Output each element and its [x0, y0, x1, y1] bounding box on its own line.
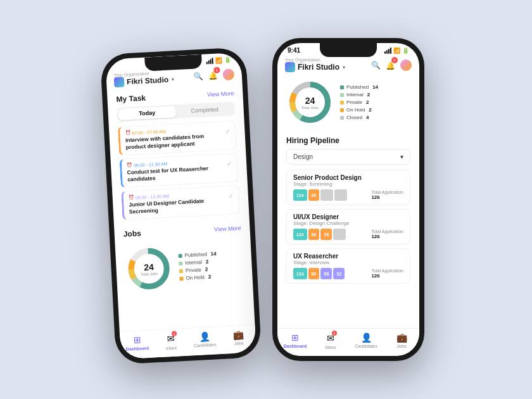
notch-left — [144, 54, 202, 72]
donut-sub-right: Total Jobs — [301, 106, 319, 110]
my-task-section: My Task View More Today Completed ⏰ 07:0… — [107, 85, 250, 228]
job-stage-1: Stage: Design Challenge — [293, 220, 403, 226]
avatar-right[interactable] — [400, 60, 412, 71]
legend-dot-0 — [179, 254, 182, 258]
job-bars-2: 124 80 56 32 — [293, 268, 345, 279]
my-task-header: My Task View More — [116, 89, 234, 104]
job-card-1: UI/UX Designer Stage: Design Challenge 1… — [286, 209, 410, 244]
legend-label-2: Private — [186, 267, 201, 274]
legend-left: Published 14 Internal 2 Private 2 — [178, 251, 217, 281]
job-bars-row-0: 124 80 Total Application 126 — [293, 189, 403, 201]
legend-label-r4: Closed — [346, 115, 362, 120]
total-app-2: Total Application 126 — [371, 269, 403, 279]
donut-label-left: 24 Total Jobs — [140, 262, 158, 276]
chevron-down-icon[interactable]: ▾ — [172, 77, 174, 82]
notification-wrap-left[interactable]: 🔔 1 — [208, 69, 218, 81]
jobs-view-more-left[interactable]: View More — [214, 225, 241, 232]
job-bars-row-1: 124 80 56 Total Application 126 — [293, 229, 403, 240]
pipeline-dropdown[interactable]: Design ▾ — [286, 149, 410, 165]
jobs-donut-section-right: 24 Total Jobs Published 14 Internal — [277, 76, 419, 131]
donut-number-right: 24 — [301, 96, 319, 106]
legend-val-r3: 2 — [369, 107, 371, 113]
legend-val-r4: 4 — [366, 115, 369, 120]
donut-number-left: 24 — [140, 262, 158, 272]
nav-jobs-right[interactable]: 💼 Jobs — [384, 332, 419, 350]
jobs-donut-section-left: 24 Total Jobs Published 14 Internal — [115, 238, 253, 300]
job-title-0: Senior Product Design — [293, 174, 403, 181]
bar-chip-0-1: 80 — [308, 189, 320, 201]
task-card-1: ⏰ 07:00 - 07:45 AM Interview with candid… — [118, 120, 237, 156]
jobs-icon: 💼 — [233, 329, 244, 340]
nav-candidates-right[interactable]: 👤 Candidates — [348, 332, 384, 350]
nav-dashboard-right[interactable]: ⊞ Dashboard — [277, 332, 313, 350]
avatar-left[interactable] — [222, 68, 234, 80]
legend-label-r3: On Hold — [346, 107, 365, 113]
task-check-1[interactable]: ✓ — [225, 128, 231, 135]
nav-dashboard-left[interactable]: ⊞ Dashboard — [120, 334, 155, 353]
dropdown-chevron-icon: ▾ — [400, 153, 403, 160]
search-icon[interactable]: 🔍 — [193, 71, 203, 80]
wifi-icon: 📶 — [215, 57, 222, 64]
jobs-title-left: Jobs — [123, 229, 141, 239]
brand-icon-right — [285, 62, 295, 72]
legend-item-1: Internal 2 — [179, 258, 217, 266]
battery-icon: 🔋 — [224, 57, 231, 64]
nav-jobs-left[interactable]: 💼 Jobs — [221, 329, 256, 348]
legend-item-r4: Closed 4 — [340, 115, 378, 120]
inbox-badge-wrap-right: ✉ 1 — [327, 332, 334, 344]
legend-item-r3: On Hold 2 — [340, 107, 378, 113]
notification-wrap-right[interactable]: 🔔 1 — [386, 60, 395, 71]
wifi-icon-right: 📶 — [393, 48, 400, 54]
nav-right-left: 🔍 🔔 1 — [193, 68, 234, 82]
legend-dot-1 — [179, 262, 182, 265]
my-task-view-more[interactable]: View More — [207, 90, 234, 98]
clock-icon-1: ⏰ — [125, 130, 130, 136]
legend-label-0: Published — [184, 251, 207, 258]
bar-chip-1-0: 124 — [293, 229, 307, 240]
legend-label-r2: Private — [346, 99, 362, 105]
nav-inbox-left[interactable]: ✉ 1 Inbox — [154, 332, 189, 352]
legend-val-1: 2 — [206, 259, 209, 265]
bar-chip-2-0: 124 — [293, 268, 307, 279]
legend-item-r1: Internal 2 — [340, 92, 378, 98]
battery-icon-right: 🔋 — [402, 48, 409, 54]
org-label-right: Your Organization — [285, 58, 345, 62]
candidates-icon: 👤 — [199, 331, 210, 342]
nav-inbox-right[interactable]: ✉ 1 Inbox — [313, 332, 348, 350]
bar-chip-1-2: 56 — [320, 229, 332, 240]
phone-left: 📶 🔋 Your Organization Fikri Studio ▾ — [100, 47, 262, 364]
legend-val-2: 2 — [205, 267, 208, 272]
legend-item-2: Private 2 — [179, 266, 217, 274]
my-task-title: My Task — [116, 94, 146, 104]
legend-label-r1: Internal — [346, 92, 364, 98]
brand-left: Your Organization Fikri Studio ▾ — [113, 70, 174, 87]
status-icons-right: 📶 🔋 — [384, 48, 409, 54]
task-check-3[interactable]: ✓ — [229, 193, 234, 200]
time-right: 9:41 — [288, 47, 300, 54]
legend-item-r0: Published 14 — [340, 84, 378, 90]
job-title-1: UI/UX Designer — [293, 213, 403, 220]
task-check-2[interactable]: ✓ — [227, 160, 232, 167]
donut-label-right: 24 Total Jobs — [301, 96, 319, 110]
job-bars-row-2: 124 80 56 32 Total Application 126 — [293, 268, 403, 279]
tab-today[interactable]: Today — [118, 106, 176, 120]
jobs-icon-right: 💼 — [396, 332, 407, 343]
legend-dot-r3 — [340, 108, 344, 112]
candidates-icon-right: 👤 — [361, 332, 372, 343]
tab-completed[interactable]: Completed — [175, 103, 234, 117]
nav-candidates-left[interactable]: 👤 Candidates — [187, 331, 222, 350]
donut-left: 24 Total Jobs — [124, 244, 174, 294]
legend-val-3: 2 — [208, 274, 212, 280]
top-nav-right: Your Organization Fikri Studio ▾ 🔍 🔔 1 — [277, 55, 419, 76]
bar-chip-0-3 — [334, 189, 347, 201]
chevron-down-icon-right[interactable]: ▾ — [343, 65, 345, 70]
brand-name-left: Fikri Studio — [127, 75, 169, 86]
legend-dot-r4 — [340, 116, 344, 120]
signal-icon — [206, 58, 213, 65]
task-card-3: ⏰ 09:00 - 11:30 AM Junior UI Designer Ca… — [121, 185, 240, 220]
search-icon-right[interactable]: 🔍 — [371, 61, 381, 70]
brand-name-right: Fikri Studio — [298, 63, 339, 72]
task-tabs: Today Completed — [117, 101, 235, 122]
job-bars-0: 124 80 — [293, 189, 347, 201]
dropdown-label: Design — [293, 153, 313, 160]
